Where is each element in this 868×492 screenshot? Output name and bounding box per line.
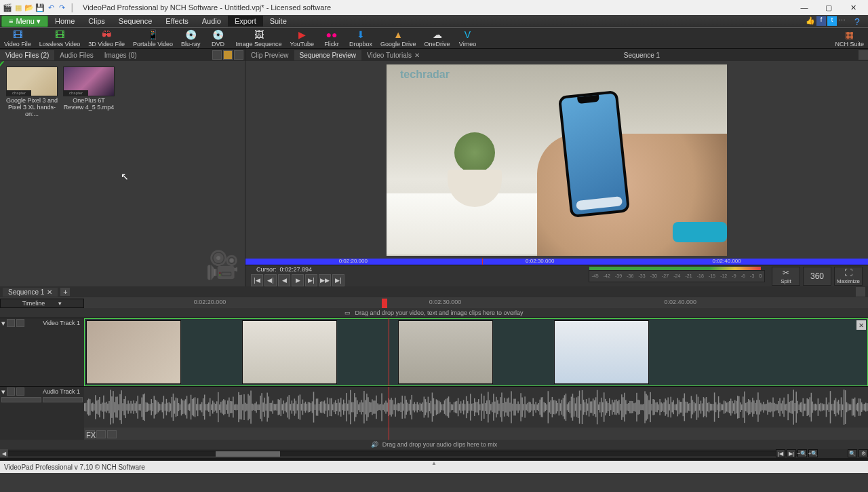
svg-rect-127 (256, 402, 257, 413)
zoom-in-icon[interactable]: +🔍 (808, 449, 818, 457)
open-icon[interactable]: 📂 (24, 3, 34, 12)
export-dropbox[interactable]: ⬇Dropbox (345, 28, 376, 48)
transport-btn-3[interactable]: ▶ (292, 274, 304, 286)
nch-suite-button[interactable]: ▦ NCH Suite (831, 28, 868, 48)
menu-effects[interactable]: Effects (159, 16, 195, 26)
menu-export[interactable]: Export (228, 16, 263, 26)
export-onedrive[interactable]: ☁OneDrive (420, 28, 454, 48)
transport-btn-5[interactable]: ▶▶ (319, 274, 331, 286)
audio-fade-icon[interactable] (96, 430, 106, 438)
track-collapse-icon[interactable]: ▾ (1, 387, 5, 396)
audio-track-body[interactable]: FX (84, 387, 868, 440)
track-solo-icon[interactable] (16, 387, 24, 396)
video-clip[interactable]: ✕ (84, 318, 868, 386)
volume-slider-r[interactable] (43, 397, 83, 402)
export-lossless-video[interactable]: 🎞Lossless Video (35, 28, 84, 48)
transport-btn-1[interactable]: ◀| (264, 274, 277, 286)
volume-slider-l[interactable] (1, 397, 41, 402)
bin-folder-icon[interactable] (223, 50, 233, 60)
preview-expand-icon[interactable] (859, 50, 868, 60)
settings-icon[interactable]: ⚙ (859, 449, 868, 457)
track-lock-icon[interactable] (7, 319, 15, 327)
preview-tab-sequence-preview[interactable]: Sequence Preview (294, 50, 361, 60)
preview-mini-timeline[interactable]: 0:02:20.000 0:02:30.000 0:02:40.000 (245, 259, 868, 265)
timeline-playhead[interactable] (382, 299, 387, 308)
bin-tab-audio-files[interactable]: Audio Files (54, 50, 98, 60)
minimize-button[interactable]: — (792, 1, 816, 14)
maximize-button[interactable]: ⛶Maximize (834, 267, 863, 286)
svg-rect-309 (504, 398, 505, 417)
bin-tab-images[interactable]: Images (0) (99, 50, 142, 60)
timeline-mode-selector[interactable]: Timeline▾ (0, 299, 84, 308)
preview-tab-video-tutorials[interactable]: Video Tutorials ✕ (361, 50, 425, 60)
transport-btn-0[interactable]: |◀ (251, 274, 263, 286)
close-tab-icon[interactable]: ✕ (47, 288, 52, 296)
undo-icon[interactable]: ↶ (46, 3, 56, 12)
export-flickr[interactable]: ●●Flickr (318, 28, 345, 48)
bin-list-icon[interactable] (234, 50, 243, 60)
track-fx-icon[interactable] (16, 319, 24, 327)
scroll-start-icon[interactable]: |◀ (776, 449, 785, 457)
export-image-sequence[interactable]: 🖼Image Sequence (232, 28, 286, 48)
twitter-icon[interactable]: t (827, 16, 837, 26)
menu-suite[interactable]: Suite (263, 16, 294, 26)
preview-tab-clip-preview[interactable]: Clip Preview (245, 50, 294, 60)
menu-audio[interactable]: Audio (195, 16, 228, 26)
sequence-tab-1[interactable]: Sequence 1✕ (3, 288, 58, 297)
transport-btn-6[interactable]: ▶| (332, 274, 344, 286)
bin-search-icon[interactable] (212, 50, 222, 60)
bin-clip[interactable]: ✔chapterGoogle Pixel 3 and Pixel 3 XL ha… (5, 67, 58, 118)
audio-waveform[interactable] (84, 387, 868, 428)
add-sequence-button[interactable]: + (60, 288, 70, 296)
preview-playhead[interactable] (482, 259, 483, 265)
save-icon[interactable]: 💾 (35, 3, 45, 12)
menu-sequence[interactable]: Sequence (112, 16, 159, 26)
new-icon[interactable]: ▦ (14, 3, 23, 12)
help-icon[interactable]: ? (854, 16, 864, 26)
transport-btn-2[interactable]: ◀ (278, 274, 290, 286)
split-button[interactable]: ✂Split (772, 267, 800, 286)
export-portable-video[interactable]: 📱Portable Video (129, 28, 177, 48)
export-dvd[interactable]: 💿DVD (205, 28, 232, 48)
share-icon[interactable]: ⋯ (838, 16, 848, 26)
scroll-thumb[interactable] (216, 451, 279, 457)
audio-link-icon[interactable] (107, 430, 117, 438)
scroll-left-icon[interactable]: ◀ (0, 449, 8, 457)
360-button[interactable]: 360 (803, 267, 831, 286)
close-button[interactable]: ✕ (841, 1, 865, 14)
export-3d-video-file[interactable]: 🕶3D Video File (84, 28, 129, 48)
redo-icon[interactable]: ↷ (57, 3, 66, 12)
timeline-expand-icon[interactable] (856, 287, 865, 297)
track-collapse-icon[interactable]: ▾ (1, 319, 5, 328)
mix-drop-zone[interactable]: 🔊 Drag and drop your audio clips here to… (0, 440, 868, 449)
track-mute-icon[interactable] (7, 387, 15, 396)
svg-rect-136 (268, 396, 269, 417)
facebook-icon[interactable]: f (816, 16, 826, 26)
video-track-body[interactable]: ✕ (84, 318, 868, 386)
export-video-file[interactable]: 🎞Video File (0, 28, 35, 48)
timeline-ruler[interactable]: Timeline▾ 0:02:20.000 0:02:30.000 0:02:4… (0, 299, 868, 308)
resize-handle[interactable]: ▲ (0, 458, 868, 461)
bin-tab-video-files[interactable]: Video Files (2) (0, 50, 54, 60)
menu-button[interactable]: ≡Menu ▾ (1, 16, 48, 27)
export-youtube[interactable]: ▶YouTube (286, 28, 318, 48)
close-icon[interactable]: ✕ (414, 52, 420, 59)
export-blu-ray[interactable]: 💿Blu-ray (177, 28, 205, 48)
thumb-up-icon[interactable]: 👍 (806, 16, 815, 26)
zoom-fit-icon[interactable]: 🔍 (848, 449, 857, 457)
audio-fx-icon[interactable]: FX (85, 430, 95, 438)
preview-viewport[interactable]: techradar (245, 61, 868, 259)
scroll-end-icon[interactable]: ▶| (787, 449, 796, 457)
maximize-button[interactable]: ▢ (816, 1, 841, 14)
timeline-h-scrollbar[interactable]: ◀ |◀ ▶| −🔍 +🔍 🔍 ⚙ (0, 449, 868, 458)
menu-clips[interactable]: Clips (81, 16, 111, 26)
clip-remove-icon[interactable]: ✕ (856, 320, 866, 330)
transport-btn-4[interactable]: ▶| (305, 274, 317, 286)
menu-home[interactable]: Home (48, 16, 81, 26)
overlay-drop-zone[interactable]: ▭ Drag and drop your video, text and ima… (0, 308, 868, 318)
export-google-drive[interactable]: ▲Google Drive (376, 28, 420, 48)
bin-clip[interactable]: chapterOnePlus 6T Review 4_5 5.mp4 (62, 67, 115, 111)
zoom-out-icon[interactable]: −🔍 (797, 449, 807, 457)
bin-content[interactable]: ✔chapterGoogle Pixel 3 and Pixel 3 XL ha… (0, 61, 245, 286)
export-vimeo[interactable]: VVimeo (454, 28, 481, 48)
